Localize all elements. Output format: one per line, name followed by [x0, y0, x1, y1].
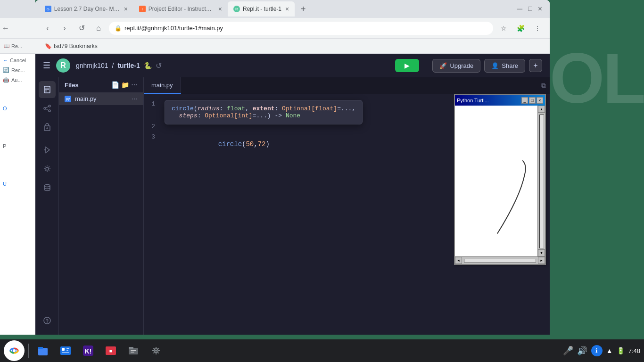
line-num-2: 2 — [144, 123, 163, 130]
svg-point-1 — [13, 349, 16, 352]
taskbar-info-icon[interactable]: ℹ — [591, 345, 603, 356]
svg-rect-4 — [60, 346, 71, 355]
taskbar-app-classroom[interactable] — [55, 340, 76, 361]
new-tab-button[interactable]: + — [297, 2, 310, 16]
editor-split-icon[interactable]: ⧉ — [541, 82, 546, 90]
taskbar-app-flashcard[interactable]: ■ — [100, 340, 121, 361]
files-new-file-icon[interactable]: 📄 — [111, 81, 119, 89]
repl-slash: / — [112, 62, 114, 69]
turtle-title: Python Turtl... — [457, 98, 521, 103]
sidebar-icon-files[interactable] — [39, 81, 56, 98]
file-more-icon[interactable]: ⋯ — [132, 95, 138, 102]
tab-lesson-close[interactable]: × — [124, 5, 128, 13]
svg-point-25 — [49, 110, 50, 112]
scroll-left-btn[interactable]: ◄ — [455, 257, 462, 264]
svg-rect-3 — [38, 347, 43, 349]
sidebar-icon-packages[interactable] — [39, 119, 56, 136]
editor-tab-main[interactable]: main.py — [144, 77, 181, 94]
taskbar-app-chrome[interactable] — [4, 340, 25, 361]
turtle-scrollbar-v[interactable]: ▲ ▼ — [537, 106, 545, 256]
autocomplete-line2: steps: Optional[int]=...) -> None — [172, 112, 355, 119]
repl-share-button[interactable]: 👤 Share — [484, 59, 525, 73]
repl-logo: R — [56, 58, 70, 73]
scroll-up-btn[interactable]: ▲ — [538, 106, 545, 113]
sidebar-icon-debug[interactable] — [39, 141, 56, 158]
tab-instructables-close[interactable]: × — [218, 5, 222, 13]
bookmarks-bar: 🔖 fsd79 Bookmarks — [35, 39, 550, 54]
taskbar-app-files[interactable] — [33, 340, 53, 361]
scroll-v-track[interactable] — [539, 115, 544, 248]
repl-add-button[interactable]: + — [529, 59, 542, 72]
turtle-canvas-area: ▲ ▼ — [455, 106, 545, 256]
repl-header: ☰ R gnhmjk101 / turtle-1 🐍 ↺ ▶ 🚀 Upgrade… — [35, 54, 550, 77]
nav-reload[interactable]: ↺ — [75, 22, 88, 35]
files-panel-header: Files 📄 📁 ⋯ — [59, 77, 143, 92]
file-item-main[interactable]: py main.py ⋯ — [59, 92, 143, 105]
turtle-maximize-btn[interactable]: □ — [529, 97, 536, 104]
repl-body: ? Files 📄 📁 ⋯ py main.py — [35, 77, 550, 335]
files-more-icon[interactable]: ⋯ — [131, 81, 138, 89]
repl-upgrade-button[interactable]: 🚀 Upgrade — [432, 59, 480, 73]
tab-instructables[interactable]: I Project Editor - Instructables × — [133, 1, 228, 16]
tab-replit-label: Repl.it - turtle-1 — [243, 6, 281, 12]
autocomplete-line1: circle(radius: float, extent: Optional[f… — [172, 105, 355, 112]
svg-rect-5 — [62, 348, 65, 351]
window-maximize[interactable]: □ — [526, 5, 534, 13]
repl-history-icon[interactable]: ↺ — [156, 61, 162, 70]
address-input-container[interactable]: 🔒 repl.it/@gnhmjk101/turtle-1#main.py — [109, 22, 493, 35]
taskbar-volume-icon[interactable]: 🔊 — [577, 346, 587, 356]
share-icon: 👤 — [491, 62, 499, 69]
taskbar: K! ■ 🎤 🔊 ℹ ▲ 🔋 7:48 — [0, 339, 644, 362]
turtle-title-bar: Python Turtl... _ □ × — [455, 95, 545, 106]
turtle-scrollbar-h[interactable]: ◄ ► — [455, 256, 545, 264]
taskbar-battery-icon: 🔋 — [617, 347, 625, 354]
files-panel: Files 📄 📁 ⋯ py main.py ⋯ — [59, 77, 144, 335]
scroll-right-btn[interactable]: ► — [538, 257, 545, 264]
svg-rect-15 — [131, 350, 136, 351]
window-minimize[interactable]: ─ — [515, 5, 524, 13]
svg-text:?: ? — [45, 319, 48, 324]
scroll-down-btn[interactable]: ▼ — [538, 249, 545, 256]
more-options[interactable]: ⋮ — [531, 22, 544, 35]
sidebar-icon-share[interactable] — [39, 100, 56, 117]
taskbar-mic-icon[interactable]: 🎤 — [563, 346, 573, 356]
taskbar-app-kahoot[interactable]: K! — [78, 340, 99, 361]
nav-home[interactable]: ⌂ — [92, 22, 105, 35]
repl-run-button[interactable]: ▶ — [395, 59, 419, 72]
bookmark-fsd79[interactable]: 🔖 fsd79 Bookmarks — [41, 41, 101, 51]
editor-tab-bar: main.py ⧉ — [144, 77, 550, 94]
files-new-folder-icon[interactable]: 📁 — [121, 81, 129, 89]
taskbar-app-files2[interactable] — [123, 340, 144, 361]
files-label: Files — [65, 82, 79, 89]
tab-lesson-label: Lesson 2.7 Day One- Monday, 2/ — [54, 6, 120, 12]
turtle-window[interactable]: Python Turtl... _ □ × — [454, 94, 546, 265]
bookmark-star[interactable]: ☆ — [497, 22, 510, 35]
sidebar-icon-database[interactable] — [39, 179, 56, 196]
taskbar-app-settings[interactable] — [146, 340, 166, 361]
sidebar-icon-help[interactable]: ? — [39, 312, 56, 329]
repl-username[interactable]: gnhmjk101 — [76, 62, 108, 69]
repl-menu-icon[interactable]: ☰ — [43, 60, 50, 71]
window-close[interactable]: × — [536, 5, 544, 13]
turtle-minimize-btn[interactable]: _ — [521, 97, 528, 104]
tab-replit-close[interactable]: × — [285, 5, 289, 13]
run-play-icon: ▶ — [405, 62, 410, 69]
tab-replit[interactable]: R Repl.it - turtle-1 × — [228, 1, 295, 16]
svg-point-23 — [49, 105, 50, 107]
nav-back[interactable]: ‹ — [41, 22, 54, 35]
upgrade-label: Upgrade — [450, 62, 473, 69]
sidebar-icon-settings[interactable] — [39, 160, 56, 177]
repl-project-name[interactable]: turtle-1 — [117, 62, 140, 69]
scroll-h-track[interactable] — [464, 259, 536, 263]
nav-forward[interactable]: › — [58, 22, 71, 35]
editor-tab-label: main.py — [151, 82, 173, 89]
tab-lesson[interactable]: G Lesson 2.7 Day One- Monday, 2/ × — [39, 1, 133, 16]
svg-marker-31 — [46, 147, 50, 153]
line-num-3: 3 — [144, 133, 163, 140]
taskbar-wifi-icon[interactable]: ▲ — [606, 347, 613, 354]
svg-rect-8 — [62, 352, 69, 353]
svg-line-26 — [46, 107, 49, 108]
extension-icon[interactable]: 🧩 — [514, 22, 527, 35]
turtle-close-btn[interactable]: × — [537, 97, 543, 104]
tab-lesson-favicon: G — [45, 6, 51, 12]
